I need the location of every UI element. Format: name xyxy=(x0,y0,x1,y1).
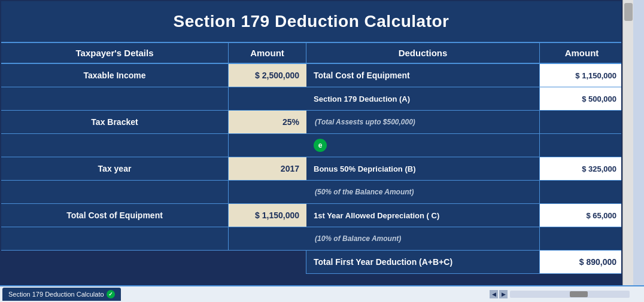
deduction-amount-1[interactable]: $ 1,150,000 xyxy=(540,64,622,87)
data-grid: Taxable Income $ 2,500,000 xyxy=(1,64,621,274)
vertical-scrollbar[interactable] xyxy=(622,0,633,285)
deduction-sublabel-row-2: (Total Assests upto $500,000) xyxy=(306,111,622,134)
tax-bracket-value[interactable]: 25% xyxy=(229,111,306,133)
spreadsheet-area: Section 179 Deduction Calculator Taxpaye… xyxy=(0,0,644,285)
empty-cell-5 xyxy=(1,181,229,203)
tax-year-label: Tax year xyxy=(1,157,229,180)
tax-year-value[interactable]: 2017 xyxy=(229,157,306,180)
scrollbar-thumb[interactable] xyxy=(624,3,633,21)
sheet-tab-icon: ✓ xyxy=(107,290,115,298)
spacer-row-1 xyxy=(1,87,306,111)
empty-cell-7 xyxy=(1,227,229,250)
deduction-label-3: Bonus 50% Depriciation (B) xyxy=(306,157,540,180)
right-panel: Total Cost of Equipment $ 1,150,000 Sect… xyxy=(306,64,622,274)
deduction-sublabel-row-4: (10% of Balance Amount) xyxy=(306,227,622,251)
taxable-income-value[interactable]: $ 2,500,000 xyxy=(229,64,306,87)
taxable-income-row: Taxable Income $ 2,500,000 xyxy=(1,64,306,87)
tax-year-row: Tax year 2017 xyxy=(1,157,306,181)
nav-arrows: ◀ ▶ xyxy=(490,290,508,298)
deduction-sublabel-3: (50% of the Balance Amount) xyxy=(306,181,540,203)
empty-cell-4 xyxy=(229,134,306,157)
sheet-tab[interactable]: Section 179 Deduction Calculato ✓ xyxy=(2,288,121,301)
deduction-amount-4[interactable]: $ 65,000 xyxy=(540,204,622,227)
deduction-amount-2[interactable]: $ 500,000 xyxy=(540,87,622,110)
calculator-container: Section 179 Deduction Calculator Taxpaye… xyxy=(0,0,622,285)
taxable-income-label: Taxable Income xyxy=(1,64,229,87)
deduction-row-3: Bonus 50% Depriciation (B) $ 325,000 xyxy=(306,157,622,181)
empty-cell-2 xyxy=(229,87,306,110)
deduction-icon-row: e xyxy=(306,134,622,157)
nav-left-icon[interactable]: ◀ xyxy=(490,290,498,298)
deduction-row-4: 1st Year Allowed Depreciation ( C) $ 65,… xyxy=(306,204,622,227)
deduction-amount-sub-2 xyxy=(540,111,622,133)
horizontal-scroll-thumb[interactable] xyxy=(570,291,588,297)
deduction-sublabel-2: (Total Assests upto $500,000) xyxy=(306,111,540,133)
empty-cell-8 xyxy=(229,227,306,250)
total-cost-row: Total Cost of Equipment $ 1,150,000 xyxy=(1,204,306,227)
deduction-total-label: Total First Year Deduction (A+B+C) xyxy=(306,251,540,273)
spacer-row-4 xyxy=(1,227,306,251)
empty-cell-1 xyxy=(1,87,229,110)
bottom-scrollbar-area: ◀ ▶ xyxy=(121,290,642,298)
green-circle-icon: e xyxy=(314,139,327,152)
total-cost-value[interactable]: $ 1,150,000 xyxy=(229,204,306,227)
title-row: Section 179 Deduction Calculator xyxy=(1,1,621,43)
deduction-label-4: 1st Year Allowed Depreciation ( C) xyxy=(306,204,540,227)
deduction-sublabel-4: (10% of Balance Amount) xyxy=(306,227,540,250)
deduction-icon-cell: e xyxy=(306,134,540,157)
empty-cell-6 xyxy=(229,181,306,203)
deduction-amount-sub-4 xyxy=(540,227,622,250)
horizontal-scroll-track[interactable] xyxy=(510,291,630,298)
deduction-sublabel-row-3: (50% of the Balance Amount) xyxy=(306,181,622,204)
sheet-tab-label: Section 179 Deduction Calculato xyxy=(8,291,104,298)
deduction-icon-amount xyxy=(540,134,622,157)
tax-bracket-label: Tax Bracket xyxy=(1,111,229,133)
column-headers: Taxpayer's Details Amount Deductions Amo… xyxy=(1,43,621,64)
deduction-label-1: Total Cost of Equipment xyxy=(306,64,540,87)
empty-cell-3 xyxy=(1,134,229,157)
app-window: Section 179 Deduction Calculator Taxpaye… xyxy=(0,0,644,302)
deduction-amount-sub-3 xyxy=(540,181,622,203)
total-cost-label: Total Cost of Equipment xyxy=(1,204,229,227)
tab-bar: Section 179 Deduction Calculato ✓ ◀ ▶ xyxy=(0,285,644,302)
deduction-amount-3[interactable]: $ 325,000 xyxy=(540,157,622,180)
header-amount-left: Amount xyxy=(229,43,306,63)
header-deductions: Deductions xyxy=(306,43,540,63)
deduction-total-row: Total First Year Deduction (A+B+C) $ 890… xyxy=(306,251,622,274)
spacer-row-2 xyxy=(1,134,306,157)
deduction-row-1: Total Cost of Equipment $ 1,150,000 xyxy=(306,64,622,87)
header-amount-right: Amount xyxy=(540,43,622,63)
deduction-total-amount[interactable]: $ 890,000 xyxy=(540,251,622,273)
nav-right-icon[interactable]: ▶ xyxy=(499,290,508,298)
tax-bracket-row: Tax Bracket 25% xyxy=(1,111,306,134)
spacer-row-3 xyxy=(1,181,306,204)
calculator-title: Section 179 Deduction Calculator xyxy=(7,12,615,31)
header-taxpayer: Taxpayer's Details xyxy=(1,43,229,63)
deduction-label-2: Section 179 Deduction (A) xyxy=(306,87,540,110)
left-panel: Taxable Income $ 2,500,000 xyxy=(1,64,306,274)
deduction-row-2: Section 179 Deduction (A) $ 500,000 xyxy=(306,87,622,111)
